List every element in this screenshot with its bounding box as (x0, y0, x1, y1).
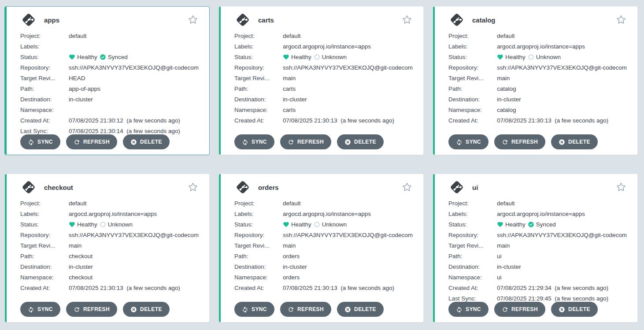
field-label: Project: (234, 200, 283, 207)
sync-button[interactable]: SYNC (20, 302, 60, 317)
delete-button[interactable]: DELETE (123, 134, 170, 149)
field-label: Path: (234, 253, 283, 260)
field-label: Destination: (234, 263, 283, 270)
field-label: Repository: (20, 232, 69, 238)
status-value: Healthy Synced (497, 221, 627, 228)
field-row: Project: default (234, 198, 413, 208)
field-value: default (69, 33, 199, 39)
sync-button[interactable]: SYNC (448, 134, 489, 149)
delete-button[interactable]: DELETE (337, 134, 384, 149)
delete-button[interactable]: DELETE (123, 302, 170, 317)
field-label: Project: (20, 200, 69, 207)
field-value: 07/08/2025 21:29:34 (a few seconds ago) (497, 285, 627, 291)
card-header: orders (234, 178, 413, 196)
sync-button-label: SYNC (37, 306, 53, 312)
field-value: in-cluster (497, 96, 627, 103)
field-row: Target Revi... main (448, 240, 627, 251)
field-label: Destination: (234, 96, 283, 103)
field-value: ssh://APKA3NYVY37VEX3EKOJQ@git-codecom..… (283, 232, 413, 238)
field-row: Labels: argocd.argoproj.io/instance=apps (234, 208, 413, 219)
field-value: catalog (497, 85, 627, 92)
health-status-text: Healthy (291, 221, 311, 228)
application-name[interactable]: orders (258, 184, 279, 191)
field-row: Path: app-of-apps (20, 83, 199, 94)
application-card[interactable]: apps Project: default Labels: Status: He… (4, 6, 210, 155)
favorite-star-icon[interactable] (402, 182, 412, 192)
status-value: Healthy Unknown (69, 221, 199, 228)
field-value: 07/08/2025 21:30:13 (a few seconds ago) (497, 117, 627, 124)
favorite-star-icon[interactable] (188, 182, 198, 192)
field-value: default (283, 33, 413, 39)
refresh-button-label: REFRESH (83, 306, 110, 312)
field-value: argocd.argoproj.io/instance=apps (283, 211, 413, 217)
refresh-button[interactable]: REFRESH (66, 134, 117, 149)
sync-status-text: Synced (536, 221, 556, 228)
application-name[interactable]: apps (44, 16, 59, 24)
field-label: Last Sync: (20, 128, 69, 134)
delete-button[interactable]: DELETE (337, 302, 384, 317)
delete-button[interactable]: DELETE (551, 302, 598, 317)
application-name[interactable]: catalog (472, 16, 496, 24)
field-value: main (283, 75, 413, 82)
field-label: Labels: (448, 211, 497, 217)
field-label: Status: (20, 221, 69, 228)
field-label: Status: (448, 54, 497, 60)
delete-button[interactable]: DELETE (551, 134, 598, 149)
favorite-star-icon[interactable] (616, 182, 626, 192)
field-row: Repository: ssh://APKA3NYVY37VEX3EKOJQ@g… (20, 62, 199, 73)
application-name[interactable]: carts (258, 16, 274, 24)
favorite-star-icon[interactable] (188, 15, 198, 25)
refresh-button[interactable]: REFRESH (280, 302, 331, 317)
refresh-button[interactable]: REFRESH (280, 134, 331, 149)
refresh-button[interactable]: REFRESH (66, 302, 117, 317)
application-card[interactable]: checkout Project: default Labels: argocd… (4, 174, 210, 323)
field-value: argocd.argoproj.io/instance=apps (497, 43, 627, 50)
field-value: in-cluster (69, 96, 199, 103)
refresh-button[interactable]: REFRESH (494, 134, 545, 149)
refresh-button-label: REFRESH (511, 139, 538, 145)
status-value: Healthy Synced (69, 54, 199, 60)
refresh-icon (502, 139, 508, 145)
sync-button[interactable]: SYNC (20, 134, 60, 149)
field-label: Target Revi... (234, 75, 283, 82)
field-label: Repository: (234, 64, 283, 71)
field-label: Path: (448, 253, 497, 260)
field-row: Labels: argocd.argoproj.io/instance=apps (448, 208, 627, 219)
application-card[interactable]: carts Project: default Labels: argocd.ar… (218, 6, 424, 155)
delete-button-label: DELETE (140, 306, 162, 312)
field-label: Target Revi... (448, 242, 497, 249)
delete-icon (130, 139, 137, 145)
field-row: Created At: 07/08/2025 21:30:13 (a few s… (448, 115, 627, 126)
application-name[interactable]: checkout (44, 184, 73, 191)
refresh-icon (74, 306, 80, 313)
application-name[interactable]: ui (472, 184, 478, 191)
field-label: Project: (448, 33, 497, 39)
field-value: main (497, 242, 627, 249)
favorite-star-icon[interactable] (616, 15, 626, 25)
favorite-star-icon[interactable] (402, 15, 412, 25)
application-card[interactable]: catalog Project: default Labels: argocd.… (433, 6, 638, 155)
application-card[interactable]: ui Project: default Labels: argocd.argop… (433, 174, 638, 323)
sync-button[interactable]: SYNC (448, 302, 489, 317)
refresh-button-label: REFRESH (297, 306, 324, 312)
field-label: Status: (234, 54, 283, 60)
field-label: Namespace: (448, 274, 497, 281)
field-label: Path: (20, 253, 69, 260)
sync-button[interactable]: SYNC (234, 134, 274, 149)
delete-button-label: DELETE (354, 306, 376, 312)
heart-icon (69, 221, 75, 228)
sync-icon (28, 306, 34, 313)
check-circle-icon (528, 221, 534, 228)
refresh-button[interactable]: REFRESH (494, 302, 545, 317)
field-label: Path: (20, 85, 69, 92)
application-card[interactable]: orders Project: default Labels: argocd.a… (218, 174, 424, 323)
status-row: Status: Healthy Unknown (234, 52, 413, 62)
sync-button[interactable]: SYNC (234, 302, 274, 317)
sync-icon (28, 139, 34, 145)
field-value: orders (283, 274, 413, 281)
sync-button-label: SYNC (466, 306, 481, 312)
field-label: Project: (234, 33, 283, 39)
card-actions: SYNC REFRESH DELETE (234, 134, 384, 149)
field-rows: Project: default Labels: argocd.argoproj… (20, 198, 199, 293)
delete-icon (344, 139, 351, 145)
